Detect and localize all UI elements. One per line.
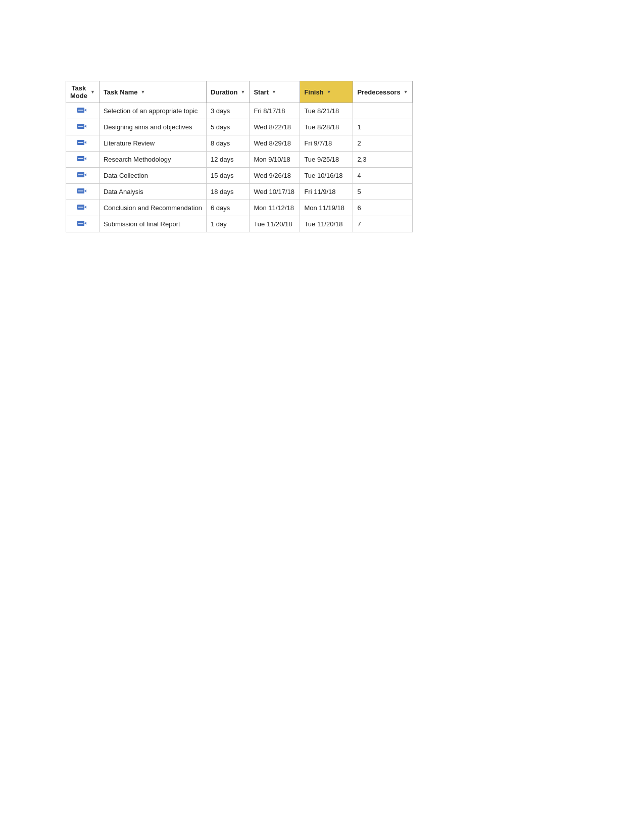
- task-mode-icon: [77, 122, 88, 130]
- finish-cell: Mon 11/19/18: [300, 200, 353, 216]
- table-row: Selection of an appropriate topic3 daysF…: [66, 103, 413, 119]
- table-row: Research Methodology12 daysMon 9/10/18Tu…: [66, 152, 413, 168]
- start-cell: Mon 11/12/18: [250, 200, 300, 216]
- start-cell: Mon 9/10/18: [250, 152, 300, 168]
- predecessors-cell: [353, 103, 412, 119]
- svg-marker-14: [84, 157, 86, 160]
- start-cell: Tue 11/20/18: [250, 216, 300, 232]
- task-mode-icon: [77, 219, 88, 227]
- table-row: Designing aims and objectives5 daysWed 8…: [66, 119, 413, 135]
- task-table-wrapper: TaskMode ▼ Task Name ▼ Duration ▼: [66, 81, 413, 232]
- svg-rect-3: [77, 109, 78, 111]
- duration-cell: 8 days: [207, 135, 250, 152]
- finish-cell: Fri 9/7/18: [300, 135, 353, 152]
- task-mode-icon: [77, 203, 88, 211]
- dropdown-arrow-task-mode[interactable]: ▼: [90, 89, 95, 94]
- table-row: Data Collection15 daysWed 9/26/18Tue 10/…: [66, 168, 413, 184]
- duration-cell: 1 day: [207, 216, 250, 232]
- task-name-cell: Data Collection: [99, 168, 206, 184]
- dropdown-arrow-task-name[interactable]: ▼: [141, 89, 145, 94]
- svg-marker-18: [84, 173, 86, 176]
- svg-rect-11: [77, 141, 78, 143]
- dropdown-arrow-predecessors[interactable]: ▼: [404, 89, 408, 94]
- svg-rect-7: [77, 125, 78, 127]
- predecessors-cell: 2: [353, 135, 412, 152]
- start-cell: Fri 8/17/18: [250, 103, 300, 119]
- finish-cell: Tue 8/28/18: [300, 119, 353, 135]
- col-header-finish[interactable]: Finish ▼: [300, 81, 353, 103]
- task-mode-icon: [77, 138, 88, 146]
- task-name-cell: Research Methodology: [99, 152, 206, 168]
- svg-marker-10: [84, 141, 86, 144]
- task-name-cell: Designing aims and objectives: [99, 119, 206, 135]
- svg-marker-30: [84, 222, 86, 225]
- duration-cell: 5 days: [207, 119, 250, 135]
- task-mode-cell: [66, 216, 100, 232]
- duration-cell: 12 days: [207, 152, 250, 168]
- task-mode-cell: [66, 135, 100, 152]
- table-row: Data Analysis18 daysWed 10/17/18Fri 11/9…: [66, 184, 413, 200]
- task-mode-cell: [66, 184, 100, 200]
- dropdown-arrow-finish[interactable]: ▼: [327, 89, 331, 94]
- table-row: Conclusion and Recommendation6 daysMon 1…: [66, 200, 413, 216]
- task-mode-icon: [77, 187, 88, 195]
- col-label-task-mode: TaskMode: [70, 84, 87, 100]
- col-header-predecessors[interactable]: Predecessors ▼: [353, 81, 412, 103]
- dropdown-arrow-duration[interactable]: ▼: [240, 89, 245, 94]
- task-name-cell: Literature Review: [99, 135, 206, 152]
- finish-cell: Tue 11/20/18: [300, 216, 353, 232]
- finish-cell: Fri 11/9/18: [300, 184, 353, 200]
- task-mode-icon: [77, 106, 88, 114]
- svg-rect-31: [77, 222, 78, 224]
- col-header-start[interactable]: Start ▼: [250, 81, 300, 103]
- svg-rect-15: [77, 158, 78, 160]
- col-label-finish: Finish: [304, 88, 323, 96]
- table-row: Submission of final Report1 dayTue 11/20…: [66, 216, 413, 232]
- task-mode-cell: [66, 152, 100, 168]
- task-mode-icon: [77, 155, 88, 163]
- svg-rect-23: [77, 190, 78, 192]
- start-cell: Wed 8/29/18: [250, 135, 300, 152]
- svg-rect-19: [77, 174, 78, 176]
- task-name-cell: Selection of an appropriate topic: [99, 103, 206, 119]
- task-name-cell: Data Analysis: [99, 184, 206, 200]
- svg-rect-27: [77, 206, 78, 208]
- task-mode-cell: [66, 200, 100, 216]
- predecessors-cell: 6: [353, 200, 412, 216]
- svg-marker-22: [84, 189, 86, 192]
- col-header-task-name[interactable]: Task Name ▼: [99, 81, 206, 103]
- predecessors-cell: 4: [353, 168, 412, 184]
- col-label-duration: Duration: [211, 88, 237, 96]
- duration-cell: 3 days: [207, 103, 250, 119]
- svg-marker-26: [84, 206, 86, 209]
- predecessors-cell: 5: [353, 184, 412, 200]
- table-row: Literature Review8 daysWed 8/29/18Fri 9/…: [66, 135, 413, 152]
- start-cell: Wed 8/22/18: [250, 119, 300, 135]
- col-label-start: Start: [254, 88, 269, 96]
- dropdown-arrow-start[interactable]: ▼: [272, 89, 276, 94]
- project-table: TaskMode ▼ Task Name ▼ Duration ▼: [66, 81, 413, 232]
- task-mode-cell: [66, 103, 100, 119]
- task-name-cell: Conclusion and Recommendation: [99, 200, 206, 216]
- task-mode-cell: [66, 119, 100, 135]
- svg-marker-2: [84, 109, 86, 112]
- start-cell: Wed 9/26/18: [250, 168, 300, 184]
- col-label-predecessors: Predecessors: [357, 88, 400, 96]
- finish-cell: Tue 10/16/18: [300, 168, 353, 184]
- col-header-task-mode[interactable]: TaskMode ▼: [66, 81, 100, 103]
- predecessors-cell: 7: [353, 216, 412, 232]
- task-mode-cell: [66, 168, 100, 184]
- col-label-task-name: Task Name: [104, 88, 138, 96]
- finish-cell: Tue 9/25/18: [300, 152, 353, 168]
- predecessors-cell: 1: [353, 119, 412, 135]
- duration-cell: 15 days: [207, 168, 250, 184]
- task-mode-icon: [77, 171, 88, 179]
- finish-cell: Tue 8/21/18: [300, 103, 353, 119]
- duration-cell: 18 days: [207, 184, 250, 200]
- svg-marker-6: [84, 125, 86, 128]
- predecessors-cell: 2,3: [353, 152, 412, 168]
- task-name-cell: Submission of final Report: [99, 216, 206, 232]
- start-cell: Wed 10/17/18: [250, 184, 300, 200]
- duration-cell: 6 days: [207, 200, 250, 216]
- col-header-duration[interactable]: Duration ▼: [207, 81, 250, 103]
